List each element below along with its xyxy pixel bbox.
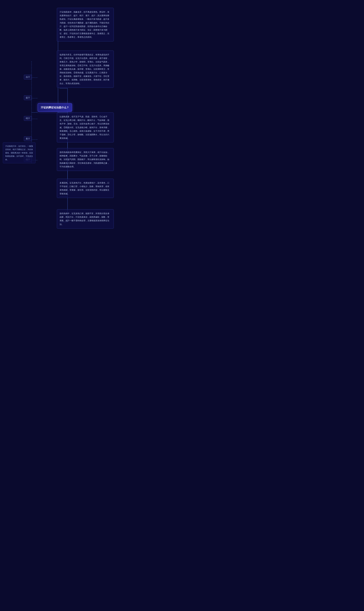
huanghan-content-box: 多属湿热。证见发热汗出，色黄如黄柏汁，染衣着色，口干不欲饮，口黏口苦，小便短少，… bbox=[57, 179, 114, 198]
juehan-content-box: 急性热病或各种危重病证，突然大汗淋漓，或汗出如油，精神疲惫，四肢厥冷，气短息微，… bbox=[57, 148, 114, 171]
bottom-left-note: 汗证除绝汗外，治疗得当，一般预后良好。绝汗乃重危之证，为生命垂危、阴阳离决的一种… bbox=[3, 142, 36, 163]
central-topic-label: 汗证的辨证论治是什么？ bbox=[41, 106, 69, 109]
central-topic: 汗证的辨证论治是什么？ bbox=[38, 103, 72, 112]
daohan-content-box: 以虚热居多，也可见于气虚、阳虚、湿热等。①心血不足。证见心悸少眠，睡则汗出，醒则… bbox=[57, 112, 114, 142]
zhanhan-content-box: 急性热病中，证见发热口渴，烦躁不安，并突然出现全身战栗，而后汗出，汗后热退身凉，… bbox=[57, 209, 114, 229]
branch-juehan: 绝汗 bbox=[24, 116, 32, 121]
branch-huanghan: 黄汗 bbox=[24, 136, 32, 141]
branch-daohan: 盗汗 bbox=[24, 95, 32, 100]
branch-zihan: 自汗 bbox=[24, 75, 32, 80]
intro-box: 汗证病因多种，病象各异，但不离虚实寒热。辨证时，首先要辨别自汗、盗汗、绝汗、黄汗… bbox=[57, 8, 114, 42]
connector-lines bbox=[0, 0, 117, 611]
zihan-content-box: 临床较为常见，任何年龄都可罹患此证，有寒热虚实的不同。①肺卫不固。证见汗出恶风，… bbox=[57, 51, 114, 88]
mindmap-container: 汗证的辨证论治是什么？ 自汗 盗汗 绝汗 黄汗 战汗 汗证病因多种，病象各异，但… bbox=[0, 0, 117, 611]
